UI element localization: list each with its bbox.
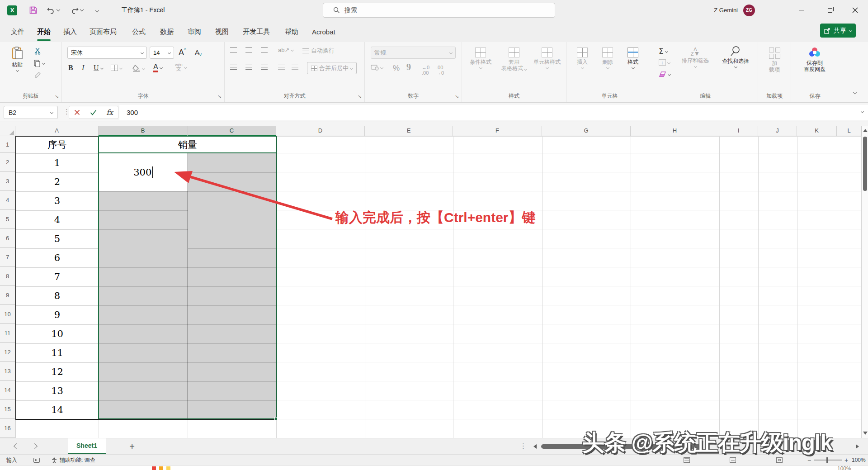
cell-styles-button[interactable]: 单元格样式: [531, 47, 563, 69]
cell-c8[interactable]: [188, 267, 276, 286]
cell-b5[interactable]: [99, 210, 188, 229]
cell-a13[interactable]: 12: [15, 362, 99, 381]
cell-a6[interactable]: 5: [15, 229, 99, 248]
column-header-K[interactable]: K: [797, 126, 837, 136]
column-header-B[interactable]: B: [99, 126, 188, 136]
cell-b10[interactable]: [99, 305, 188, 324]
vertical-scroll-thumb[interactable]: [863, 137, 867, 191]
cancel-entry-button[interactable]: [74, 109, 80, 115]
tab-formulas[interactable]: 公式: [131, 24, 146, 39]
increase-font-button[interactable]: A^: [179, 47, 186, 57]
cell-c3[interactable]: [188, 172, 276, 191]
row-header-13[interactable]: 13: [0, 362, 15, 381]
macro-record-button[interactable]: [33, 455, 40, 465]
borders-button[interactable]: [111, 65, 122, 71]
zoom-in-button[interactable]: +: [844, 455, 848, 465]
row-header-12[interactable]: 12: [0, 343, 15, 362]
cut-button[interactable]: [34, 47, 42, 55]
tab-insert[interactable]: 插入: [62, 24, 78, 39]
worksheet-grid[interactable]: ABCDEFGHIJKL12345678910111213141516序号销量1…: [0, 126, 862, 438]
row-header-1[interactable]: 1: [0, 136, 15, 153]
cell-a4[interactable]: 3: [15, 191, 99, 210]
cell-c7[interactable]: [188, 248, 276, 267]
cell-a8[interactable]: 7: [15, 267, 99, 286]
cell-b1c1-merged-header[interactable]: 销量: [99, 136, 276, 153]
row-header-15[interactable]: 15: [0, 400, 15, 419]
column-header-A[interactable]: A: [15, 126, 99, 136]
cell-b15[interactable]: [99, 400, 188, 419]
column-header-D[interactable]: D: [276, 126, 365, 136]
zoom-slider-handle[interactable]: [826, 457, 828, 463]
tab-review[interactable]: 审阅: [187, 24, 202, 39]
select-all-corner[interactable]: [0, 126, 15, 136]
clipboard-dialog-launcher[interactable]: ↘: [55, 94, 59, 100]
avatar[interactable]: ZG: [743, 5, 755, 16]
save-button[interactable]: [25, 0, 41, 20]
format-cells-button[interactable]: 格式: [622, 47, 644, 69]
cell-c15[interactable]: [188, 400, 276, 419]
tab-help[interactable]: 帮助: [284, 24, 299, 39]
scroll-up-arrow[interactable]: [863, 129, 868, 132]
fill-color-button[interactable]: [132, 65, 145, 72]
align-center-button[interactable]: [245, 65, 252, 70]
cell-c12[interactable]: [188, 343, 276, 362]
zoom-level[interactable]: 100%: [852, 455, 866, 465]
cell-a1-header[interactable]: 序号: [15, 136, 99, 153]
new-sheet-button[interactable]: +: [126, 440, 138, 453]
column-header-H[interactable]: H: [631, 126, 719, 136]
next-sheet-button[interactable]: [32, 443, 38, 449]
row-header-9[interactable]: 9: [0, 286, 15, 305]
addins-button[interactable]: 加载项: [763, 47, 786, 73]
scroll-right-arrow[interactable]: [856, 444, 859, 449]
number-dialog-launcher[interactable]: ↘: [455, 94, 459, 100]
vertical-scrollbar[interactable]: [862, 126, 868, 438]
fill-handle[interactable]: [274, 417, 278, 420]
cell-b14[interactable]: [99, 381, 188, 400]
row-header-8[interactable]: 8: [0, 267, 15, 286]
tab-developer[interactable]: 开发工具: [242, 24, 271, 39]
wrap-text-button[interactable]: 自动换行: [302, 47, 335, 55]
accounting-format-button[interactable]: [371, 65, 383, 71]
paste-button[interactable]: 粘贴: [5, 47, 29, 71]
column-header-L[interactable]: L: [837, 126, 862, 136]
cell-b2[interactable]: 300: [99, 153, 188, 191]
phonetic-guide-button[interactable]: wén 文: [175, 63, 187, 71]
tab-view[interactable]: 视图: [214, 24, 230, 39]
row-header-7[interactable]: 7: [0, 248, 15, 267]
insert-function-button[interactable]: fx: [106, 108, 113, 117]
tab-file[interactable]: 文件: [10, 24, 25, 39]
column-header-F[interactable]: F: [453, 126, 542, 136]
cell-a10[interactable]: 9: [15, 305, 99, 324]
tab-scroll-splitter[interactable]: ⋮: [520, 442, 527, 450]
close-button[interactable]: [845, 0, 864, 20]
decrease-font-button[interactable]: Av: [195, 48, 202, 57]
column-header-E[interactable]: E: [365, 126, 453, 136]
percent-button[interactable]: %: [393, 64, 400, 73]
delete-cells-button[interactable]: 删除: [596, 47, 619, 69]
decrease-decimal-button[interactable]: .00→0: [436, 65, 444, 76]
cell-b12[interactable]: [99, 343, 188, 362]
row-header-5[interactable]: 5: [0, 210, 15, 229]
search-input[interactable]: 搜索: [323, 3, 555, 18]
cell-a12[interactable]: 11: [15, 343, 99, 362]
align-bottom-button[interactable]: [261, 47, 268, 52]
conditional-formatting-button[interactable]: 条件格式: [466, 47, 495, 69]
tab-page-layout[interactable]: 页面布局: [89, 24, 118, 39]
row-header-6[interactable]: 6: [0, 229, 15, 248]
clear-button[interactable]: [659, 71, 670, 77]
cell-a3[interactable]: 2: [15, 172, 99, 191]
cell-c13[interactable]: [188, 362, 276, 381]
format-painter-button[interactable]: [34, 72, 42, 79]
alignment-dialog-launcher[interactable]: ↘: [358, 94, 362, 100]
row-header-14[interactable]: 14: [0, 381, 15, 400]
cell-a9[interactable]: 8: [15, 286, 99, 305]
name-box[interactable]: B2: [4, 106, 58, 119]
cell-a15[interactable]: 14: [15, 400, 99, 419]
fill-button[interactable]: ↓: [659, 59, 670, 66]
scroll-left-arrow[interactable]: [533, 444, 537, 449]
autosum-button[interactable]: Σ: [659, 47, 668, 56]
font-dialog-launcher[interactable]: ↘: [217, 94, 222, 100]
share-button[interactable]: 共享: [820, 24, 856, 38]
column-header-G[interactable]: G: [542, 126, 631, 136]
accessibility-status[interactable]: 辅助功能: 调查: [52, 455, 95, 465]
